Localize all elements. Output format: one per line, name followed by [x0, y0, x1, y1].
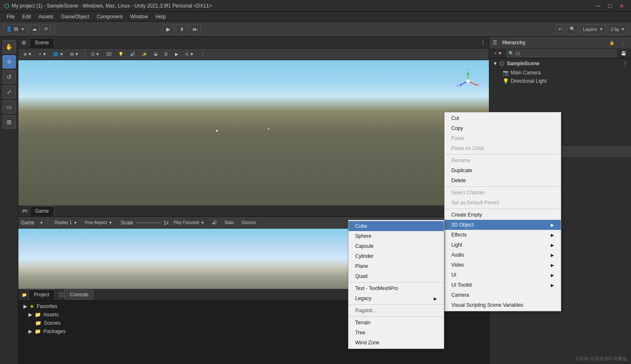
light-icon: 💡 — [503, 78, 509, 84]
svg-text:X: X — [477, 84, 480, 87]
submenu-ragdoll[interactable]: Ragdoll... — [349, 305, 444, 316]
move-tool-button[interactable]: ✛ — [3, 55, 16, 69]
ctx-rename[interactable]: Rename — [445, 155, 561, 165]
menu-gameobject[interactable]: GameObject — [58, 13, 92, 20]
scene-grid-dropdown[interactable]: ⊞ ▼ — [68, 50, 81, 59]
scene-fog-btn[interactable]: 🌫 — [162, 50, 171, 59]
scene-more-btn[interactable]: ⋮ — [198, 50, 207, 59]
ctx-effects[interactable]: Effects ▶ — [445, 230, 561, 240]
scene-fx-btn[interactable]: ✨ — [139, 50, 149, 59]
submenu-sphere[interactable]: Sphere — [349, 231, 444, 241]
scene-more-icon[interactable]: ⋮ — [481, 40, 486, 46]
menu-help[interactable]: Help — [152, 13, 169, 20]
hierarchy-lock-button[interactable]: 🔒 — [607, 38, 617, 47]
scene-gizmos-btn[interactable]: ⊙ ▼ — [183, 50, 196, 59]
submenu-terrain[interactable]: Terrain — [349, 318, 444, 328]
play-focused-button[interactable]: Play Focused ▼ — [171, 219, 207, 227]
scene-anim-btn[interactable]: ▶ — [173, 50, 181, 59]
ctx-copy[interactable]: Copy — [445, 123, 561, 133]
hierarchy-add-button[interactable]: + ▼ — [492, 49, 505, 58]
submenu-textmeshpro[interactable]: Text - TextMeshPro — [349, 283, 444, 293]
step-button[interactable]: ⏭ — [189, 24, 201, 34]
rect-tool-button[interactable]: ▭ — [3, 100, 16, 114]
ctx-visual-scripting[interactable]: Visual Scripting Scene Variables — [445, 300, 561, 310]
packages-folder-icon: 📁 — [35, 328, 41, 334]
submenu-windzone[interactable]: Wind Zone — [349, 338, 444, 348]
cloud-button[interactable]: ☁ — [29, 24, 40, 34]
search-button[interactable]: 🔍 — [567, 24, 578, 34]
scale-slider[interactable] — [136, 222, 161, 224]
hand-tool-button[interactable]: ✋ — [3, 40, 16, 53]
ctx-light[interactable]: Light ▶ — [445, 240, 561, 250]
minimize-button[interactable]: ─ — [593, 2, 603, 10]
gizmos-button[interactable]: Gizmos — [239, 219, 258, 227]
context-menu: Cut Copy Paste Paste As Child Rename Dup… — [444, 112, 561, 311]
mute-button[interactable]: 🔊 — [209, 219, 219, 227]
scene-audio-btn[interactable]: 🔊 — [127, 50, 137, 59]
rotate-tool-button[interactable]: ↺ — [3, 70, 16, 84]
transform-tool-button[interactable]: ⊞ — [3, 115, 16, 129]
scene-light-btn[interactable]: 💡 — [116, 50, 126, 59]
scene-sky-btn[interactable]: 🌤 — [151, 50, 160, 59]
ctx-paste[interactable]: Paste — [445, 133, 561, 143]
console-tab[interactable]: Console — [64, 290, 94, 300]
aspect-dropdown[interactable]: Free Aspect ▼ — [82, 219, 115, 227]
ctx-select-children[interactable]: Select Children — [445, 188, 561, 198]
ctx-camera[interactable]: Camera — [445, 290, 561, 300]
hierarchy-scene-item[interactable]: ▼ ⛒ SampleScene ⋮ — [489, 59, 631, 69]
titlebar: ⬡ My project (1) - SampleScene - Windows… — [0, 0, 631, 12]
ctx-cut[interactable]: Cut — [445, 113, 561, 123]
hierarchy-save-button[interactable]: 💾 — [618, 49, 628, 58]
play-button[interactable]: ▶ — [163, 24, 174, 34]
scene-pivot-dropdown[interactable]: ⌖ ▼ — [36, 50, 49, 59]
game-tab[interactable]: Game — [30, 206, 54, 216]
submenu-cube[interactable]: Cube — [349, 221, 444, 231]
scene-2d-btn[interactable]: 2D — [104, 50, 114, 59]
submenu-cylinder[interactable]: Cylinder — [349, 251, 444, 261]
ctx-paste-as-child[interactable]: Paste As Child — [445, 143, 561, 153]
menu-assets[interactable]: Assets — [35, 13, 57, 20]
ctx-delete[interactable]: Delete — [445, 176, 561, 186]
ctx-ui-toolkit[interactable]: UI Toolkit ▶ — [445, 280, 561, 290]
menu-component[interactable]: Component — [93, 13, 126, 20]
display-dropdown[interactable]: Display 1 ▼ — [52, 219, 80, 227]
maximize-button[interactable]: □ — [605, 2, 615, 10]
cloud-icon: ☁ — [32, 26, 37, 32]
submenu-plane[interactable]: Plane — [349, 261, 444, 271]
submenu-capsule[interactable]: Capsule — [349, 241, 444, 251]
stats-button[interactable]: Stats — [222, 219, 237, 227]
scale-tool-button[interactable]: ⤢ — [3, 85, 16, 99]
ctx-duplicate[interactable]: Duplicate — [445, 165, 561, 176]
menu-window[interactable]: Window — [127, 13, 151, 20]
hierarchy-search-box[interactable]: 🔍 All — [506, 50, 617, 57]
project-tab[interactable]: Project — [28, 290, 55, 300]
scene-transform-dropdown[interactable]: ⊕ ▼ — [21, 50, 35, 59]
submenu-legacy[interactable]: Legacy ▶ — [349, 293, 444, 303]
ctx-set-default-parent[interactable]: Set as Default Parent — [445, 198, 561, 208]
ctx-create-empty[interactable]: Create Empty — [445, 210, 561, 220]
ctx-ui[interactable]: UI ▶ — [445, 270, 561, 280]
close-button[interactable]: ✕ — [617, 2, 627, 10]
undo-button[interactable]: ↩ — [555, 24, 565, 34]
ctx-3d-object[interactable]: 3D Object ▶ — [445, 220, 561, 230]
pause-button[interactable]: ⏸ — [176, 24, 188, 34]
scene-global-dropdown[interactable]: 🌐 ▼ — [51, 50, 66, 59]
ctx-audio[interactable]: Audio ▶ — [445, 250, 561, 260]
hierarchy-light-item[interactable]: 💡 Directional Light — [489, 77, 631, 85]
scene-item-more[interactable]: ⋮ — [623, 61, 628, 66]
scene-snap-btn[interactable]: ⊡ ▼ — [89, 50, 102, 59]
hierarchy-more-button[interactable]: ⋮ — [618, 38, 628, 47]
submenu-tree[interactable]: Tree — [349, 328, 444, 338]
menu-file[interactable]: File — [3, 13, 18, 20]
scene-object-dot — [216, 130, 218, 132]
scene-tab[interactable]: Scene — [29, 38, 54, 48]
settings-button[interactable]: ⟳ — [41, 24, 51, 34]
menu-edit[interactable]: Edit — [19, 13, 34, 20]
layers-dropdown[interactable]: Layers ▼ — [580, 24, 606, 34]
submenu-quad[interactable]: Quad — [349, 271, 444, 281]
hierarchy-camera-item[interactable]: 📷 Main Camera — [489, 69, 631, 77]
scene-view[interactable]: <Persp X Y Z — [18, 60, 489, 205]
account-button[interactable]: 👤 杨 ▼ — [3, 24, 28, 34]
scene-header: ⊞ Scene ⋮ — [18, 37, 489, 48]
ctx-video[interactable]: Video ▶ — [445, 260, 561, 270]
